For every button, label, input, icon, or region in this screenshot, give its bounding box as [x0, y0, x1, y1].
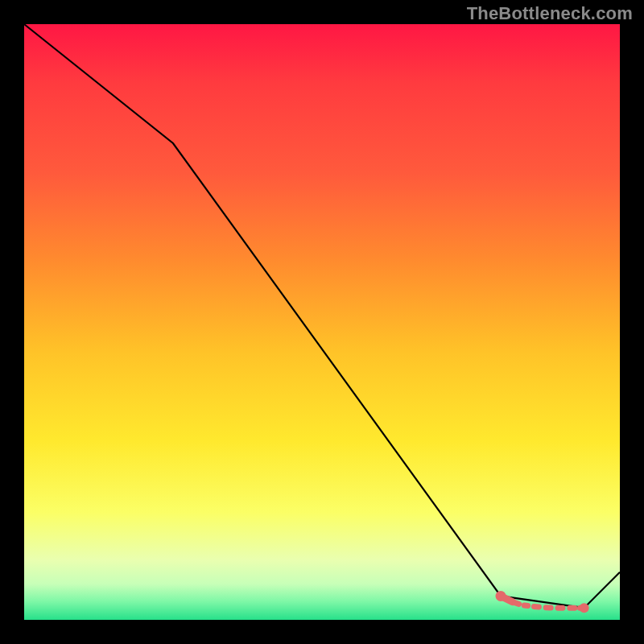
chart-plot-area [24, 24, 620, 620]
chart-stage: TheBottleneck.com [0, 0, 644, 644]
watermark-text: TheBottleneck.com [467, 3, 633, 24]
